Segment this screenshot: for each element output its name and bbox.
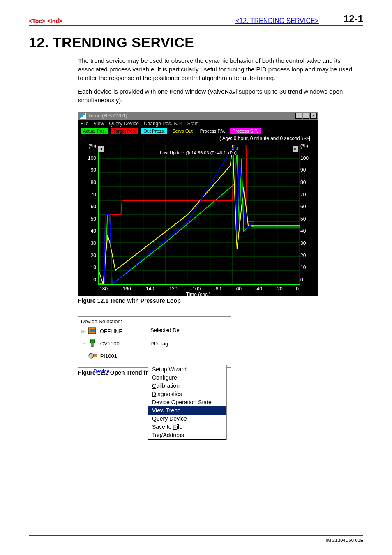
ind-link[interactable]: <Ind> bbox=[47, 18, 62, 24]
svg-rect-24 bbox=[92, 343, 93, 347]
scroll-right-icon[interactable]: ► bbox=[292, 145, 299, 152]
selected-device-panel: Selected De PD-Tag: bbox=[148, 325, 231, 367]
paragraph-2: Each device is provided with one trend w… bbox=[78, 87, 355, 104]
toc-link[interactable]: <Toc> bbox=[29, 18, 45, 24]
tree-cv1000[interactable]: ├┈ CV1000 bbox=[84, 339, 146, 348]
figure-caption-1: Figure 12.1 Trend with Pressure Loop bbox=[78, 297, 363, 304]
window-titlebar[interactable]: Trend (HIS:CV01) _ □ × bbox=[78, 112, 318, 120]
ctx-save-to-file[interactable]: Save to File bbox=[148, 423, 226, 431]
y-axis-right: (%) 1009080706050403020100 bbox=[299, 143, 314, 283]
menubar: File View Query Device Change Pos. S.P. … bbox=[78, 120, 318, 127]
body-text: The trend service may be used to observe… bbox=[78, 56, 355, 104]
context-menu: Setup Wizard Configure Calibration Diagn… bbox=[148, 365, 226, 440]
legend-ppv: Process P.V. bbox=[198, 128, 228, 134]
ctx-configure[interactable]: Configure bbox=[148, 373, 226, 382]
selected-device-title: Selected De bbox=[150, 327, 228, 333]
device-annotation: Device bbox=[93, 368, 110, 374]
ctx-calibration[interactable]: Calibration bbox=[148, 382, 226, 390]
ctx-tag-address[interactable]: Tag/Address bbox=[148, 431, 226, 439]
transmitter-icon bbox=[88, 352, 98, 360]
svg-rect-22 bbox=[90, 329, 95, 332]
offline-icon bbox=[88, 327, 97, 335]
svg-point-25 bbox=[89, 353, 94, 358]
device-tree: ⊟┈ OFFLINE ├┈ CV1000 └┈ PI1001 bbox=[78, 325, 148, 367]
menu-file[interactable]: File bbox=[81, 121, 88, 127]
chapter-title: 12. TRENDING SERVICE bbox=[29, 35, 363, 51]
chart-svg bbox=[98, 145, 300, 285]
age-text: ( Age: 0 hour, 0 minute and 0 second ) -… bbox=[78, 136, 318, 141]
window-title: Trend (HIS:CV01) bbox=[88, 113, 127, 119]
maximize-icon[interactable]: □ bbox=[303, 113, 309, 119]
page-header: <Toc> <Ind> <12. TRENDING SERVICE> 12-1 bbox=[29, 13, 363, 26]
menu-change-sp[interactable]: Change Pos. S.P. bbox=[144, 121, 182, 127]
menu-query[interactable]: Query Device bbox=[109, 121, 139, 127]
close-icon[interactable]: × bbox=[310, 113, 317, 119]
minimize-icon[interactable]: _ bbox=[295, 113, 302, 119]
x-axis-label: Time (sec.) bbox=[98, 292, 299, 297]
app-icon bbox=[80, 113, 86, 119]
page-number: 12-1 bbox=[344, 13, 363, 25]
trend-window: Trend (HIS:CV01) _ □ × File View Query D… bbox=[78, 112, 318, 296]
svg-rect-23 bbox=[90, 340, 95, 343]
y-axis-left: (%) 1009080706050403020100 bbox=[82, 143, 98, 283]
section-link[interactable]: <12. TRENDING SERVICE> bbox=[235, 17, 319, 25]
last-update-text: Last Update @ 14:56:03 (P: 46.1 kPa) bbox=[158, 150, 238, 155]
tree-offline[interactable]: ⊟┈ OFFLINE bbox=[84, 327, 146, 335]
pdtag-label: PD-Tag: bbox=[150, 341, 228, 347]
legend-target: Target Pos. bbox=[111, 128, 139, 134]
ctx-diagnostics[interactable]: Diagnostics bbox=[148, 390, 226, 398]
tree-pi1001[interactable]: └┈ PI1001 bbox=[84, 352, 146, 360]
legend-servo: Servo Out bbox=[170, 128, 195, 134]
ctx-device-op-state[interactable]: Device Operation State bbox=[148, 398, 226, 406]
legend-actual: Actual Pos. bbox=[81, 128, 108, 134]
device-selection-label: Device Selection: bbox=[78, 318, 231, 325]
device-selection-frame: Device Selection: ⊟┈ OFFLINE ├┈ CV1000 └… bbox=[78, 316, 231, 368]
menu-start[interactable]: Start bbox=[187, 121, 198, 127]
svg-rect-26 bbox=[93, 355, 97, 357]
chart-area: ◄ ► Last Update @ 14:56:03 (P: 46.1 kPa)… bbox=[98, 145, 299, 292]
legend-out: Out Press. bbox=[141, 128, 167, 134]
legend: Actual Pos. Target Pos. Out Press. Servo… bbox=[78, 127, 318, 136]
menu-view[interactable]: View bbox=[93, 121, 104, 127]
ctx-setup-wizard[interactable]: Setup Wizard bbox=[148, 365, 226, 373]
paragraph-1: The trend service may be used to observe… bbox=[78, 56, 355, 82]
ctx-query-device[interactable]: Query Device bbox=[148, 415, 226, 423]
legend-psp: Process S.P. bbox=[230, 128, 261, 134]
footer: IM 21B04C50-01E bbox=[29, 535, 363, 543]
device-icon bbox=[88, 339, 98, 348]
scroll-left-icon[interactable]: ◄ bbox=[98, 145, 104, 152]
ctx-view-trend[interactable]: View Trend bbox=[148, 406, 226, 415]
x-axis: -180-160-140-120-100-80-60-40-200 bbox=[98, 285, 299, 292]
